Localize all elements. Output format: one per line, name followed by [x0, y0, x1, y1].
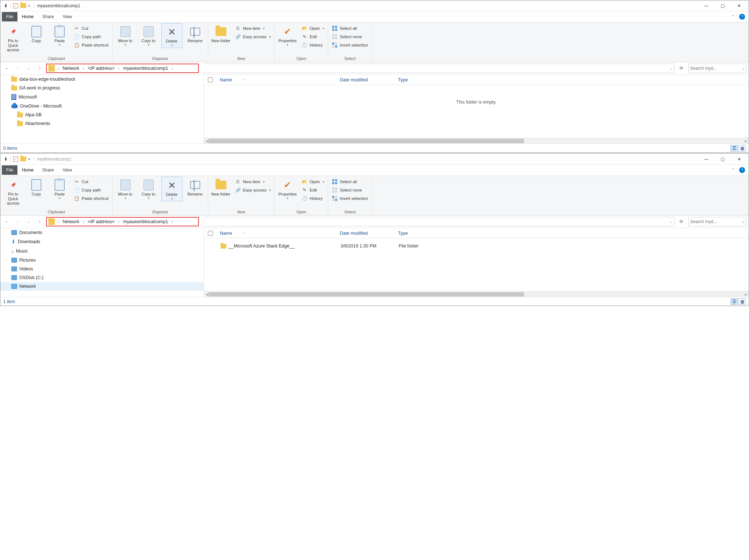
breadcrumb-node[interactable]: <IP address> — [87, 219, 116, 224]
move-to-button[interactable]: Move to ▾ — [115, 23, 136, 47]
close-button[interactable]: ✕ — [731, 1, 747, 11]
column-name[interactable]: Name⌃ — [217, 231, 337, 236]
navigation-pane[interactable]: Documents⬇Downloads♪MusicPicturesVideosO… — [0, 228, 204, 297]
cut-button[interactable]: ✂Cut — [72, 178, 110, 185]
invert-selection-button[interactable]: Invert selection — [330, 41, 369, 49]
titlebar[interactable]: ⬇ | ✓ ▾ myasesmblocalcomp1 — ▢ ✕ — [0, 0, 749, 11]
qat-properties-icon[interactable]: ✓ — [13, 157, 18, 162]
history-button[interactable]: 🕘History — [300, 41, 326, 49]
breadcrumb-node[interactable]: <IP address> — [87, 66, 116, 71]
qat-folder-icon[interactable] — [20, 3, 26, 8]
refresh-button[interactable]: ⟳ — [677, 217, 686, 226]
back-button[interactable]: ← — [3, 217, 11, 226]
chevron-right-icon[interactable]: › — [117, 220, 121, 224]
breadcrumb-node[interactable]: Network — [62, 219, 80, 224]
select-all-checkbox[interactable] — [208, 77, 213, 82]
chevron-right-icon[interactable]: › — [117, 67, 121, 70]
breadcrumb-node[interactable]: myasesmblocalcomp1 — [122, 66, 169, 71]
tree-item[interactable]: Attachments — [0, 119, 204, 128]
tab-view[interactable]: View — [58, 12, 76, 21]
horizontal-scrollbar[interactable]: ◂ ▸ — [204, 138, 749, 144]
search-box[interactable]: ⌕ — [688, 217, 746, 226]
file-list[interactable]: __Microsoft Azure Stack Edge__ 3/8/2019 … — [204, 238, 749, 291]
help-icon[interactable]: ? — [739, 14, 745, 20]
scroll-right-icon[interactable]: ▸ — [743, 138, 749, 144]
tab-home[interactable]: Home — [17, 12, 38, 21]
close-button[interactable]: ✕ — [731, 154, 747, 164]
file-list[interactable]: This folder is empty. — [204, 85, 749, 138]
copy-path-button[interactable]: 📄Copy path — [72, 186, 110, 194]
breadcrumb-node[interactable]: Network — [62, 66, 80, 71]
tree-item[interactable]: OSDisk (C:) — [0, 273, 204, 282]
select-none-button[interactable]: Select none — [330, 186, 369, 194]
delete-button[interactable]: ✕ Delete ▾ — [161, 23, 182, 48]
file-row[interactable]: __Microsoft Azure Stack Edge__ 3/8/2019 … — [208, 242, 745, 250]
chevron-right-icon[interactable]: › — [170, 67, 174, 70]
minimize-button[interactable]: — — [698, 1, 714, 11]
address-bar[interactable]: ›Network›<IP address>›myasesmblocalcomp1… — [46, 217, 199, 226]
tree-item[interactable]: Videos — [0, 265, 204, 273]
details-view-button[interactable]: ☰ — [730, 298, 738, 305]
paste-button[interactable]: Paste ▾ — [49, 177, 70, 201]
new-item-button[interactable]: 🗋New item▾ — [234, 25, 273, 32]
forward-button[interactable]: → — [13, 217, 22, 226]
copy-to-button[interactable]: Copy to ▾ — [138, 177, 159, 201]
paste-button[interactable]: Paste ▾ — [49, 23, 70, 47]
qat-dropdown-icon[interactable]: ▾ — [28, 157, 30, 161]
select-all-button[interactable]: Select all — [330, 178, 369, 185]
address-bar-dropdown[interactable]: ⌄ — [203, 217, 674, 226]
delete-button[interactable]: ✕ Delete ▾ — [161, 177, 182, 201]
edit-button[interactable]: ✎Edit — [300, 33, 326, 40]
invert-selection-button[interactable]: Invert selection — [330, 195, 369, 202]
qat-dropdown-icon[interactable]: ▾ — [28, 4, 30, 8]
tree-item[interactable]: GA work in progress — [0, 84, 204, 92]
column-date[interactable]: Date modified — [337, 231, 395, 236]
address-bar-dropdown[interactable]: ⌄ — [203, 64, 674, 73]
chevron-right-icon[interactable]: › — [56, 220, 60, 224]
chevron-right-icon[interactable]: › — [56, 67, 60, 70]
new-folder-button[interactable]: New folder — [210, 23, 231, 44]
pin-quick-access-button[interactable]: 📌 Pin to Quick access — [3, 177, 24, 206]
tree-item[interactable]: data-box-edge-troubleshoot — [0, 75, 204, 84]
tree-item[interactable]: Documents — [0, 228, 204, 237]
history-button[interactable]: 🕘History — [300, 195, 326, 202]
cut-button[interactable]: ✂Cut — [72, 25, 110, 32]
scrollbar-thumb[interactable] — [208, 292, 524, 297]
tab-share[interactable]: Share — [38, 165, 58, 175]
pin-quick-access-button[interactable]: 📌 Pin to Quick access — [3, 23, 24, 53]
tree-item[interactable]: OneDrive - Microsoft — [0, 102, 204, 110]
back-button[interactable]: ← — [3, 64, 11, 73]
paste-shortcut-button[interactable]: 📋Paste shortcut — [72, 41, 110, 49]
tree-item[interactable]: Network — [0, 282, 204, 291]
select-all-checkbox[interactable] — [208, 231, 213, 236]
minimize-button[interactable]: — — [698, 154, 714, 164]
titlebar[interactable]: ⬇ | ✓ ▾ mydbesmbcomp1 — ▢ ✕ — [0, 154, 749, 165]
edit-button[interactable]: ✎Edit — [300, 186, 326, 194]
thumbnails-view-button[interactable]: ▦ — [738, 145, 746, 152]
select-none-button[interactable]: Select none — [330, 33, 369, 40]
new-folder-button[interactable]: New folder — [210, 177, 231, 197]
tab-home[interactable]: Home — [17, 165, 38, 175]
collapse-ribbon-icon[interactable]: ⌃ — [729, 168, 737, 173]
maximize-button[interactable]: ▢ — [714, 1, 731, 11]
tree-item[interactable]: Pictures — [0, 256, 204, 265]
tab-file[interactable]: File — [2, 165, 17, 175]
chevron-right-icon[interactable]: › — [81, 220, 85, 224]
column-name[interactable]: Name⌃ — [217, 77, 337, 82]
tab-share[interactable]: Share — [38, 12, 58, 21]
file-pane[interactable]: Name⌃ Date modified Type This folder is … — [204, 75, 749, 144]
search-input[interactable] — [690, 66, 741, 71]
help-icon[interactable]: ? — [739, 167, 745, 173]
horizontal-scrollbar[interactable]: ◂ ▸ — [204, 291, 749, 297]
navigation-pane[interactable]: data-box-edge-troubleshootGA work in pro… — [0, 75, 204, 144]
rename-button[interactable]: Rename — [185, 23, 206, 44]
easy-access-button[interactable]: 🔗Easy access▾ — [234, 186, 273, 194]
scroll-right-icon[interactable]: ▸ — [743, 291, 749, 297]
open-button[interactable]: 📂Open▾ — [300, 25, 326, 32]
tab-file[interactable]: File — [2, 12, 17, 21]
up-button[interactable]: ↑ — [35, 217, 44, 226]
scrollbar-thumb[interactable] — [208, 139, 524, 143]
column-type[interactable]: Type — [395, 231, 439, 236]
qat-folder-icon[interactable] — [20, 157, 26, 161]
tree-item[interactable]: Alpa-SB — [0, 110, 204, 119]
